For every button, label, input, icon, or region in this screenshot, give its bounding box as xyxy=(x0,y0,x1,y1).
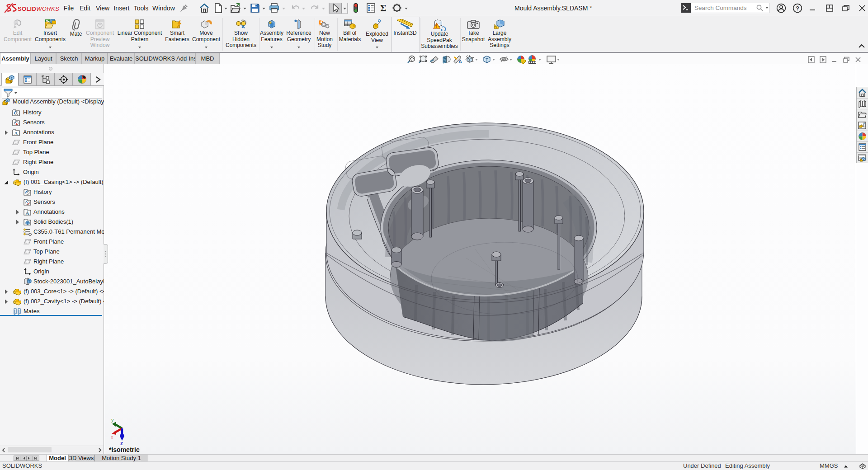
svg-text:z: z xyxy=(120,440,123,446)
svg-text:SOLIDWORKS: SOLIDWORKS xyxy=(18,5,59,12)
svg-text:x: x xyxy=(111,434,113,440)
svg-text:!: ! xyxy=(436,24,437,29)
svg-text:A: A xyxy=(26,210,29,216)
svg-text:A: A xyxy=(458,59,462,64)
svg-text:y: y xyxy=(111,417,114,423)
svg-text:Σ: Σ xyxy=(380,3,387,14)
svg-text:A: A xyxy=(14,131,18,136)
svg-text:?: ? xyxy=(796,5,799,12)
